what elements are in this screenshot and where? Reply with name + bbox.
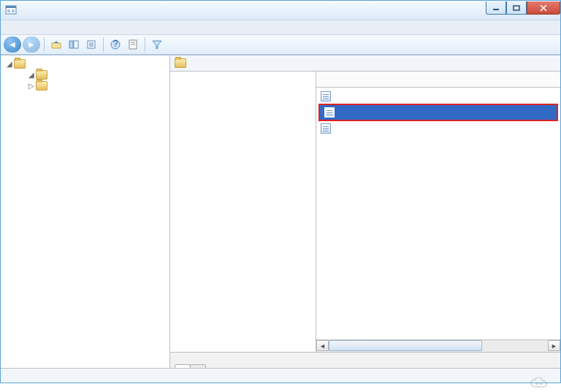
scroll-left-button[interactable]: ◄ — [316, 340, 329, 351]
tab-strip — [170, 352, 560, 368]
svg-text:?: ? — [113, 39, 118, 49]
toolbar-separator — [44, 37, 45, 52]
tree-item[interactable]: ▷ — [1, 80, 169, 91]
filter-button[interactable] — [149, 36, 165, 53]
tree-root[interactable]: ◢ — [1, 58, 169, 69]
list-item[interactable] — [316, 89, 560, 104]
scroll-thumb[interactable] — [329, 340, 482, 351]
detail-pane — [170, 72, 316, 352]
menu-help[interactable] — [39, 26, 50, 29]
expand-icon[interactable]: ▷ — [27, 82, 36, 90]
toolbar-separator — [145, 37, 145, 52]
collapse-icon[interactable]: ◢ — [5, 60, 14, 68]
menu-action[interactable] — [15, 26, 27, 29]
settings-list-pane: ◄ ► — [316, 72, 560, 352]
list-item-selected[interactable] — [320, 105, 557, 120]
menu-view[interactable] — [27, 26, 39, 29]
tree-pane[interactable]: ◢ ◢ ▷ — [1, 55, 170, 368]
svg-rect-2 — [7, 9, 10, 12]
collapse-icon[interactable]: ◢ — [27, 71, 36, 79]
export-list-button[interactable] — [83, 36, 99, 53]
folder-icon — [36, 81, 47, 91]
svg-point-19 — [536, 383, 538, 385]
right-header — [170, 55, 560, 72]
menu-bar — [1, 20, 560, 34]
svg-rect-8 — [69, 41, 73, 48]
svg-point-20 — [541, 383, 543, 385]
minimize-button[interactable] — [486, 1, 506, 15]
tree-item-system[interactable]: ◢ — [1, 69, 169, 80]
close-button[interactable] — [527, 1, 560, 15]
horizontal-scrollbar[interactable]: ◄ ► — [316, 339, 560, 352]
svg-rect-3 — [12, 9, 15, 12]
svg-rect-5 — [514, 6, 519, 10]
menu-file[interactable] — [4, 26, 15, 29]
status-bar — [1, 368, 560, 383]
nav-back-button[interactable]: ◄ — [4, 36, 21, 53]
scroll-track[interactable] — [329, 340, 548, 352]
cloud-icon — [529, 377, 549, 389]
policy-icon — [324, 107, 335, 118]
help-button[interactable]: ? — [107, 36, 123, 53]
app-window: ◄ ► ? ◢ ◢ ▷ — [0, 0, 561, 383]
app-icon — [5, 4, 17, 16]
folder-icon — [175, 58, 186, 68]
right-pane: ◄ ► — [170, 55, 560, 368]
svg-rect-1 — [6, 6, 16, 8]
nav-forward-button[interactable]: ► — [23, 36, 40, 53]
toolbar: ◄ ► ? — [1, 34, 560, 55]
list-column-header[interactable] — [316, 72, 560, 88]
svg-rect-4 — [493, 9, 499, 10]
split-area: ◄ ► — [170, 72, 560, 352]
title-bar[interactable] — [1, 1, 560, 20]
show-hide-tree-button[interactable] — [66, 36, 82, 53]
highlight-frame — [318, 104, 558, 121]
maximize-button[interactable] — [506, 1, 527, 15]
scroll-right-button[interactable]: ► — [548, 340, 560, 351]
policy-icon — [321, 91, 331, 101]
toolbar-separator — [103, 37, 104, 52]
properties-button[interactable] — [125, 36, 141, 53]
policy-icon — [321, 123, 331, 134]
folder-icon — [14, 59, 26, 69]
watermark — [529, 377, 552, 389]
svg-rect-9 — [74, 41, 78, 48]
main-body: ◢ ◢ ▷ — [1, 55, 560, 368]
list-body[interactable] — [316, 88, 560, 339]
folder-icon — [36, 70, 47, 80]
list-item[interactable] — [316, 121, 560, 136]
up-level-button[interactable] — [48, 36, 64, 53]
